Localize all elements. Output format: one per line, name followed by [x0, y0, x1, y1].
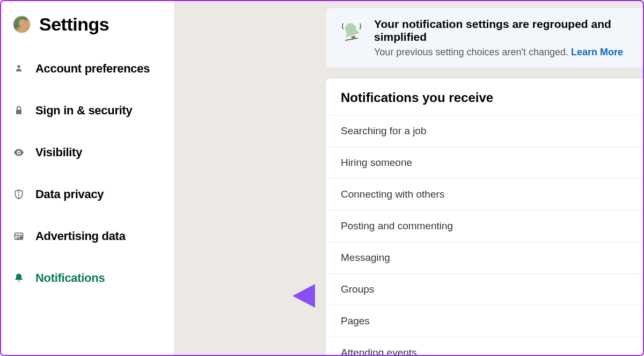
banner-subtitle: Your previous setting choices aren't cha… — [374, 47, 630, 58]
avatar[interactable] — [13, 16, 31, 33]
list-item[interactable]: Posting and commenting — [326, 210, 643, 242]
sidebar-item-visibility[interactable]: Visibility — [1, 132, 174, 173]
sidebar-header: Settings — [1, 12, 174, 48]
lock-icon — [13, 105, 25, 117]
list-item[interactable]: Searching for a job — [326, 115, 643, 147]
sidebar-item-label: Notifications — [35, 271, 105, 285]
person-icon — [13, 63, 25, 75]
list-item[interactable]: Attending events — [326, 337, 643, 356]
sidebar-item-label: Sign in & security — [35, 104, 132, 118]
shield-icon — [13, 188, 25, 200]
svg-line-8 — [346, 38, 357, 40]
bell-icon — [13, 272, 25, 284]
list-item[interactable]: Hiring someone — [326, 147, 643, 178]
panel-title: Notifications you receive — [326, 78, 643, 115]
newspaper-icon — [13, 230, 25, 242]
sidebar-item-advertising-data[interactable]: Advertising data — [1, 215, 174, 257]
sidebar-item-data-privacy[interactable]: Data privacy — [1, 173, 174, 215]
sidebar-item-label: Visibility — [35, 146, 82, 159]
list-item[interactable]: Connecting with others — [326, 178, 643, 210]
eye-icon — [13, 147, 25, 158]
notifications-panel: Notifications you receive Searching for … — [325, 78, 643, 356]
sidebar-item-sign-in-security[interactable]: Sign in & security — [1, 90, 174, 132]
page-title: Settings — [39, 14, 109, 35]
settings-sidebar: Settings Account preferences Sign in & s… — [1, 1, 174, 355]
banner-content: Your notification settings are regrouped… — [374, 18, 630, 58]
info-banner: Your notification settings are regrouped… — [325, 8, 643, 68]
banner-title: Your notification settings are regrouped… — [374, 18, 630, 43]
sidebar-item-notifications[interactable]: Notifications — [1, 257, 174, 299]
sidebar-item-label: Account preferences — [35, 62, 150, 76]
svg-point-2 — [18, 151, 20, 154]
bell-ringing-icon — [339, 19, 364, 45]
list-item[interactable]: Groups — [326, 273, 643, 305]
list-item[interactable]: Messaging — [326, 242, 643, 273]
sidebar-item-label: Advertising data — [35, 229, 126, 243]
sidebar-item-label: Data privacy — [35, 187, 104, 201]
svg-point-0 — [17, 65, 20, 68]
svg-rect-7 — [20, 237, 22, 238]
learn-more-link[interactable]: Learn More — [571, 47, 623, 57]
main-content: Your notification settings are regrouped… — [174, 1, 643, 355]
svg-rect-1 — [16, 110, 21, 114]
sidebar-item-account-preferences[interactable]: Account preferences — [1, 48, 174, 90]
list-item[interactable]: Pages — [326, 305, 643, 337]
